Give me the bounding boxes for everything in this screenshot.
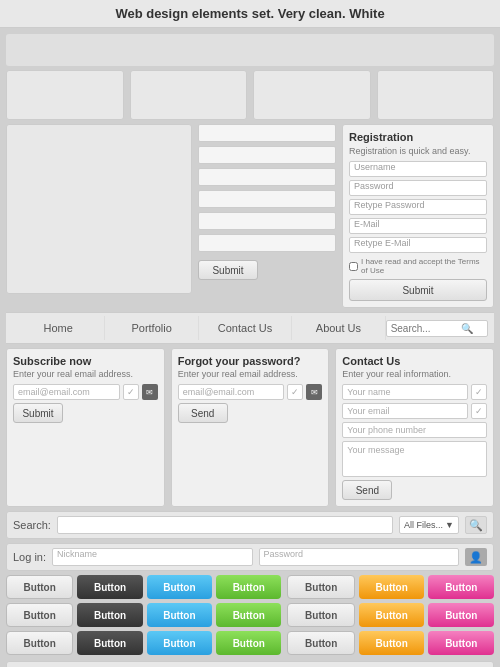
btn-row-1: Button Button Button Button bbox=[6, 575, 281, 599]
title-bar: Web design elements set. Very clean. Whi… bbox=[0, 0, 500, 28]
subscribe-input-row: email@email.com ✓ ✉ bbox=[13, 384, 158, 400]
btn-blue-2[interactable]: Button bbox=[147, 603, 212, 627]
nav-about[interactable]: About Us bbox=[292, 316, 385, 340]
icon-bar: 📷 ❤ 🔍 ★ 🛒 🔒 ✉ 💻 🏠 bbox=[6, 661, 494, 667]
btn-orange-3[interactable]: Button bbox=[359, 631, 425, 655]
reg-title: Registration bbox=[349, 131, 487, 143]
contact-sub: Enter your real information. bbox=[342, 369, 487, 379]
reg-checkbox-row: I have read and accept the Terms of Use bbox=[349, 257, 487, 275]
btn-blue-3[interactable]: Button bbox=[147, 631, 212, 655]
card-thumb-2 bbox=[130, 70, 248, 120]
contact-email-input[interactable]: Your email bbox=[342, 403, 468, 419]
btn-light-r1[interactable]: Button bbox=[287, 575, 355, 599]
btn-pink-3[interactable]: Button bbox=[428, 631, 494, 655]
reg-username[interactable]: Username bbox=[349, 161, 487, 177]
form-submit-button[interactable]: Submit bbox=[198, 260, 258, 280]
form-field-2[interactable] bbox=[198, 146, 336, 164]
login-nickname-input[interactable]: Nickname bbox=[52, 548, 252, 566]
btn-blue-1[interactable]: Button bbox=[147, 575, 212, 599]
subscribe-mail-icon: ✉ bbox=[142, 384, 158, 400]
forgot-check-icon: ✓ bbox=[287, 384, 303, 400]
login-bar: Log in: Nickname Password 👤 bbox=[6, 543, 494, 571]
nav-search-box[interactable]: 🔍 bbox=[386, 320, 488, 337]
chevron-down-icon: ▼ bbox=[445, 520, 454, 530]
btn-orange-1[interactable]: Button bbox=[359, 575, 425, 599]
btn-row-2: Button Button Button Button bbox=[6, 603, 281, 627]
contact-name-check: ✓ bbox=[471, 384, 487, 400]
forgot-password-box: Forgot your password? Enter your real em… bbox=[171, 348, 330, 507]
subscribe-box: Subscribe now Enter your real email addr… bbox=[6, 348, 165, 507]
btn-dark-1[interactable]: Button bbox=[77, 575, 142, 599]
reg-subtitle: Registration is quick and easy. bbox=[349, 146, 487, 156]
main-content: Submit Registration Registration is quic… bbox=[0, 124, 500, 312]
btn-light-2[interactable]: Button bbox=[6, 603, 73, 627]
card-thumb-4 bbox=[377, 70, 495, 120]
btn-light-3[interactable]: Button bbox=[6, 631, 73, 655]
contact-name-row: Your name ✓ bbox=[342, 384, 487, 400]
btn-green-3[interactable]: Button bbox=[216, 631, 281, 655]
nav-bar: Home Portfolio Contact Us About Us 🔍 bbox=[6, 312, 494, 344]
nav-search-icon: 🔍 bbox=[461, 323, 473, 334]
login-password-input[interactable]: Password bbox=[259, 548, 459, 566]
nav-portfolio[interactable]: Portfolio bbox=[105, 316, 198, 340]
search-bar: Search: All Files... ▼ 🔍 bbox=[6, 511, 494, 539]
form-field-5[interactable] bbox=[198, 212, 336, 230]
contact-name-input[interactable]: Your name bbox=[342, 384, 468, 400]
contact-message-input[interactable]: Your message bbox=[342, 441, 487, 477]
search-submit-button[interactable]: 🔍 bbox=[465, 516, 487, 534]
contact-phone-input[interactable]: Your phone number bbox=[342, 422, 487, 438]
btn-dark-2[interactable]: Button bbox=[77, 603, 142, 627]
registration-panel: Registration Registration is quick and e… bbox=[342, 124, 494, 308]
nav-search-input[interactable] bbox=[391, 323, 461, 334]
btn-light-r2[interactable]: Button bbox=[287, 603, 355, 627]
btn-row-r2: Button Button Button bbox=[287, 603, 494, 627]
search-label: Search: bbox=[13, 519, 51, 531]
btn-light-r3[interactable]: Button bbox=[287, 631, 355, 655]
forgot-input-row: email@email.com ✓ ✉ bbox=[178, 384, 323, 400]
reg-checkbox[interactable] bbox=[349, 262, 358, 271]
contact-send-button[interactable]: Send bbox=[342, 480, 392, 500]
form-field-6[interactable] bbox=[198, 234, 336, 252]
three-col-section: Subscribe now Enter your real email addr… bbox=[0, 348, 500, 511]
form-field-3[interactable] bbox=[198, 168, 336, 186]
contact-box: Contact Us Enter your real information. … bbox=[335, 348, 494, 507]
search-input[interactable] bbox=[57, 516, 393, 534]
btn-row-r1: Button Button Button bbox=[287, 575, 494, 599]
left-image-panel bbox=[6, 124, 192, 294]
btn-green-1[interactable]: Button bbox=[216, 575, 281, 599]
btn-pink-1[interactable]: Button bbox=[428, 575, 494, 599]
reg-email[interactable]: E-Mail bbox=[349, 218, 487, 234]
reg-password[interactable]: Password bbox=[349, 180, 487, 196]
buttons-left-section: Button Button Button Button Button Butto… bbox=[6, 575, 281, 659]
subscribe-email-input[interactable]: email@email.com bbox=[13, 384, 120, 400]
search-dropdown[interactable]: All Files... ▼ bbox=[399, 516, 459, 534]
nav-contact[interactable]: Contact Us bbox=[199, 316, 292, 340]
subscribe-submit-button[interactable]: Submit bbox=[13, 403, 63, 423]
top-nav-placeholder bbox=[6, 34, 494, 66]
contact-email-check: ✓ bbox=[471, 403, 487, 419]
forgot-email-input[interactable]: email@email.com bbox=[178, 384, 285, 400]
contact-email-row: Your email ✓ bbox=[342, 403, 487, 419]
form-field-1[interactable] bbox=[198, 124, 336, 142]
subscribe-sub: Enter your real email address. bbox=[13, 369, 158, 379]
btn-green-2[interactable]: Button bbox=[216, 603, 281, 627]
contact-title: Contact Us bbox=[342, 355, 487, 367]
forgot-mail-icon: ✉ bbox=[306, 384, 322, 400]
reg-submit-button[interactable]: Submit bbox=[349, 279, 487, 301]
title-text: Web design elements set. Very clean. Whi… bbox=[115, 6, 384, 21]
reg-retype-email[interactable]: Retype E-Mail bbox=[349, 237, 487, 253]
search-magnify-icon: 🔍 bbox=[469, 519, 483, 532]
btn-light-1[interactable]: Button bbox=[6, 575, 73, 599]
btn-pink-2[interactable]: Button bbox=[428, 603, 494, 627]
forgot-send-button[interactable]: Send bbox=[178, 403, 228, 423]
forgot-title: Forgot your password? bbox=[178, 355, 323, 367]
mid-form-panel: Submit bbox=[198, 124, 336, 308]
btn-dark-3[interactable]: Button bbox=[77, 631, 142, 655]
nav-home[interactable]: Home bbox=[12, 316, 105, 340]
form-field-4[interactable] bbox=[198, 190, 336, 208]
btn-row-r3: Button Button Button bbox=[287, 631, 494, 655]
card-thumb-3 bbox=[253, 70, 371, 120]
btn-orange-2[interactable]: Button bbox=[359, 603, 425, 627]
card-row bbox=[0, 70, 500, 124]
reg-retype-password[interactable]: Retype Password bbox=[349, 199, 487, 215]
